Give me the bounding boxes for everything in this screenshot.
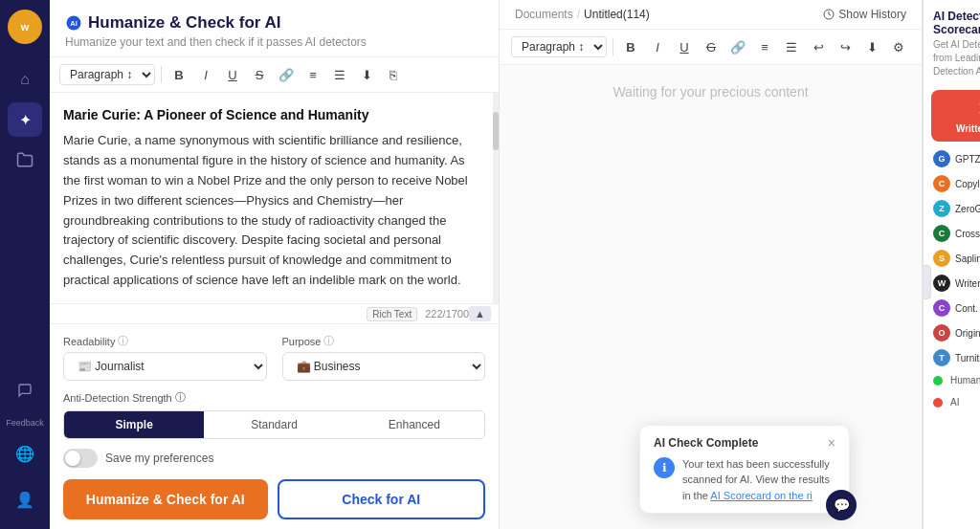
humanize-button[interactable]: Humanize & Check for AI (63, 479, 268, 519)
scorecard-subtitle: Get AI Detection Scores from Leading AI … (933, 38, 980, 78)
sapling-icon: S (933, 250, 950, 267)
scorecard-title: AI Detection Scorecard (933, 10, 980, 36)
doc-paragraph-select[interactable]: Paragraph ↕ (511, 36, 607, 57)
page-title: AI Humanize & Check for AI (65, 13, 483, 33)
link-button[interactable]: 🔗 (275, 63, 298, 86)
italic-button[interactable]: I (194, 63, 217, 86)
readability-label: Readability ⓘ (63, 334, 267, 348)
preferences-toggle[interactable] (63, 449, 98, 468)
toast-chat-button[interactable]: 💬 (826, 490, 857, 520)
detector-item-writer: W Writer ✕ (929, 272, 980, 295)
doc-align-button[interactable]: ≡ (753, 35, 776, 58)
writer-label: Writer (955, 278, 980, 289)
breadcrumb: Documents / Untitled(114) (515, 8, 650, 21)
panel-collapse-button[interactable]: › (923, 265, 931, 299)
editor-area: Marie Curie: A Pioneer of Science and Hu… (50, 93, 499, 303)
strength-info-icon[interactable]: ⓘ (175, 390, 186, 405)
sapling-label: Sapling (955, 253, 980, 264)
toast-title: AI Check Complete (654, 436, 758, 450)
copyleaks-icon: C (933, 175, 950, 192)
detector-item-gptzero: G GPTZero ✕ (929, 147, 980, 170)
sidebar-item-ai[interactable]: ✦ (8, 102, 42, 137)
svg-text:AI: AI (70, 19, 78, 28)
turnitin-icon: T (933, 349, 950, 366)
contscale-label: Cont. Scale (955, 303, 980, 314)
toast-text: Your text has been successfully scanned … (682, 456, 835, 504)
strikethrough-button[interactable]: S (248, 63, 271, 86)
strength-row: Anti-Detection Strength ⓘ Simple Standar… (63, 390, 485, 439)
purpose-info-icon[interactable]: ⓘ (323, 334, 334, 348)
strength-enhanced[interactable]: Enhanced (345, 411, 484, 438)
rich-text-badge: Rich Text (367, 307, 417, 321)
toast-link[interactable]: AI Scorecard on the ri (710, 490, 812, 501)
content-paragraph-1: Marie Curie, a name synonymous with scie… (63, 131, 485, 290)
sidebar-item-globe[interactable]: 🌐 (8, 436, 42, 471)
doc-italic-button[interactable]: I (646, 35, 669, 58)
copy-button[interactable]: ⎘ (382, 63, 405, 86)
purpose-label: Purpose ⓘ (282, 334, 486, 348)
legend-ai: AI (924, 391, 980, 413)
editor-scrollbar[interactable] (493, 93, 499, 303)
check-button[interactable]: Check for AI (278, 479, 486, 519)
doc-bold-button[interactable]: B (619, 35, 642, 58)
avatar-initial: w (21, 21, 30, 33)
sidebar-item-home[interactable]: ⌂ (8, 62, 42, 97)
doc-undo-button[interactable]: ↩ (807, 35, 830, 58)
show-history-button[interactable]: Show History (823, 8, 906, 21)
detector-item-originality: O Originality ✕ (929, 321, 980, 344)
bottom-controls: Readability ⓘ 📰 Journalist Elementary Hi… (50, 323, 499, 529)
main-header: AI Humanize & Check for AI Humanize your… (50, 0, 499, 57)
avatar[interactable]: w (8, 10, 42, 44)
toast-body: ℹ Your text has been successfully scanne… (654, 456, 835, 504)
controls-row: Readability ⓘ 📰 Journalist Elementary Hi… (63, 334, 485, 381)
content-section-title: Early Life and Education (63, 298, 485, 303)
readability-info-icon[interactable]: ⓘ (118, 334, 128, 348)
sidebar-item-feedback[interactable] (8, 373, 42, 408)
zerogpt-icon: Z (933, 200, 950, 217)
sidebar-item-profile[interactable]: 👤 (8, 482, 42, 517)
detector-item-copyleaks: C Copyleaks ✕ (929, 172, 980, 195)
editor-toolbar: Paragraph ↕ B I U S 🔗 ≡ ☰ ⬇ ⎘ (50, 57, 499, 93)
toast-header: AI Check Complete × (654, 435, 835, 451)
collapse-button[interactable]: ▲ (469, 306, 491, 321)
list-button[interactable]: ≡ (301, 63, 324, 86)
align-button[interactable]: ☰ (328, 63, 351, 86)
crossplag-label: Crossplag (955, 229, 980, 239)
toast-close-button[interactable]: × (828, 435, 835, 451)
sidebar-item-folder[interactable] (8, 143, 42, 177)
toggle-thumb (65, 451, 80, 466)
doc-redo-button[interactable]: ↪ (834, 35, 857, 58)
download-button[interactable]: ⬇ (355, 63, 378, 86)
history-icon (823, 9, 835, 20)
underline-button[interactable]: U (221, 63, 244, 86)
scrollbar-thumb (493, 112, 499, 150)
editor-content[interactable]: Marie Curie: A Pioneer of Science and Hu… (50, 93, 499, 303)
doc-toolbar-divider (612, 38, 613, 55)
doc-underline-button[interactable]: U (673, 35, 696, 58)
originality-label: Originality (955, 328, 980, 339)
doc-link-button[interactable]: 🔗 (726, 35, 749, 58)
readability-select[interactable]: 📰 Journalist Elementary High School Coll… (63, 352, 267, 381)
purpose-select[interactable]: 💼 Business General Academic Technical Cr… (282, 352, 486, 381)
writer-icon: W (933, 275, 950, 292)
readability-group: Readability ⓘ 📰 Journalist Elementary Hi… (63, 334, 267, 381)
doc-placeholder: Waiting for your precious content (612, 84, 808, 99)
detector-item-zerogpt: Z ZeroGPT ✕ (929, 197, 980, 220)
strength-standard[interactable]: Standard (204, 411, 344, 438)
scorecard-header: AI Detection Scorecard Get AI Detection … (924, 0, 980, 84)
content-title: Marie Curie: A Pioneer of Science and Hu… (63, 104, 485, 125)
strength-simple[interactable]: Simple (64, 411, 204, 438)
gptzero-icon: G (933, 150, 950, 167)
ai-label: AI (950, 397, 959, 408)
doc-settings-button[interactable]: ⚙ (887, 35, 910, 58)
doc-header: Documents / Untitled(114) Show History (500, 0, 922, 30)
bold-button[interactable]: B (167, 63, 190, 86)
paragraph-select[interactable]: Paragraph ↕ (59, 64, 155, 85)
turnitin-label: Turnitin (955, 353, 980, 364)
feedback-label: Feedback (6, 418, 44, 428)
doc-list-button[interactable]: ☰ (780, 35, 803, 58)
detector-list: G GPTZero ✕ C Copyleaks ✕ Z ZeroGPT ✕ C … (924, 147, 980, 369)
toast-notification: AI Check Complete × ℹ Your text has been… (639, 425, 850, 515)
doc-strikethrough-button[interactable]: G (700, 35, 723, 58)
doc-download-button[interactable]: ⬇ (860, 35, 883, 58)
